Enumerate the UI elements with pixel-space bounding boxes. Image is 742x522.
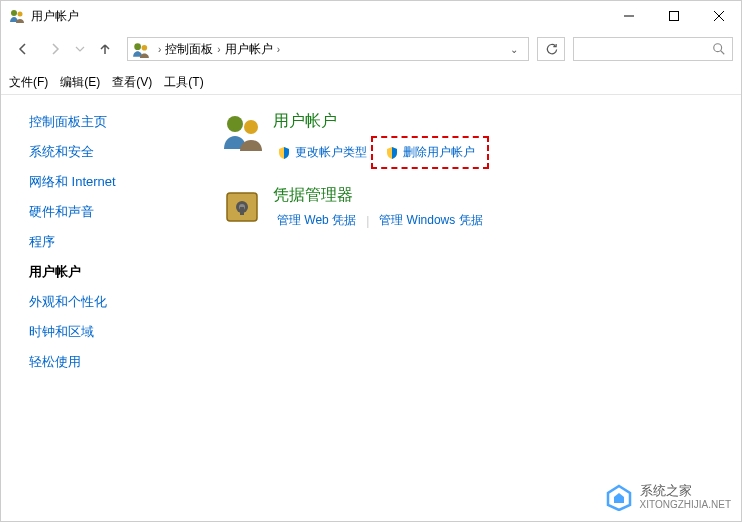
search-input[interactable] <box>573 37 733 61</box>
svg-rect-3 <box>669 12 678 21</box>
body: 控制面板主页 系统和安全 网络和 Internet 硬件和声音 程序 用户帐户 … <box>1 95 741 521</box>
link-delete-account[interactable]: 删除用户帐户 <box>381 142 479 163</box>
recent-locations-button[interactable] <box>73 35 87 63</box>
highlighted-delete-account: 删除用户帐户 <box>371 136 489 169</box>
shield-icon <box>277 146 291 160</box>
separator: | <box>366 214 369 228</box>
watermark-logo-icon <box>604 483 634 511</box>
sidebar-item-network[interactable]: 网络和 Internet <box>29 173 191 191</box>
watermark-url: XITONGZHIJIA.NET <box>640 499 732 510</box>
forward-button <box>41 35 69 63</box>
menu-bar: 文件(F) 编辑(E) 查看(V) 工具(T) <box>1 71 741 95</box>
address-bar[interactable]: › 控制面板 › 用户帐户 › ⌄ <box>127 37 529 61</box>
sidebar-item-system-security[interactable]: 系统和安全 <box>29 143 191 161</box>
svg-rect-16 <box>240 207 244 215</box>
refresh-button[interactable] <box>537 37 565 61</box>
menu-file[interactable]: 文件(F) <box>9 74 48 91</box>
window-controls <box>606 1 741 31</box>
maximize-button[interactable] <box>651 1 696 31</box>
window-title: 用户帐户 <box>31 8 606 25</box>
link-label: 删除用户帐户 <box>403 144 475 161</box>
svg-point-0 <box>11 10 17 16</box>
link-manage-windows-credentials[interactable]: 管理 Windows 凭据 <box>375 210 486 231</box>
category-credential-manager: 凭据管理器 管理 Web 凭据 | 管理 Windows 凭据 <box>221 185 741 231</box>
category-title-credential-manager[interactable]: 凭据管理器 <box>273 185 487 206</box>
link-manage-web-credentials[interactable]: 管理 Web 凭据 <box>273 210 360 231</box>
user-accounts-icon <box>9 8 25 24</box>
svg-point-7 <box>142 45 148 51</box>
sidebar-item-programs[interactable]: 程序 <box>29 233 191 251</box>
breadcrumb-user-accounts[interactable]: 用户帐户 <box>225 41 273 58</box>
category-user-accounts: 用户帐户 更改帐户类型 删除用户帐户 <box>221 111 741 169</box>
svg-line-9 <box>721 51 725 55</box>
credential-manager-icon <box>221 185 263 227</box>
category-title-user-accounts[interactable]: 用户帐户 <box>273 111 489 132</box>
svg-point-8 <box>714 44 722 52</box>
user-accounts-large-icon <box>221 111 263 153</box>
close-button[interactable] <box>696 1 741 31</box>
menu-edit[interactable]: 编辑(E) <box>60 74 100 91</box>
shield-icon <box>385 146 399 160</box>
sidebar-item-hardware[interactable]: 硬件和声音 <box>29 203 191 221</box>
navigation-bar: › 控制面板 › 用户帐户 › ⌄ <box>1 31 741 67</box>
sidebar-item-appearance[interactable]: 外观和个性化 <box>29 293 191 311</box>
svg-point-11 <box>244 120 258 134</box>
svg-point-10 <box>227 116 243 132</box>
link-label: 更改帐户类型 <box>295 144 367 161</box>
sidebar-item-ease-of-access[interactable]: 轻松使用 <box>29 353 191 371</box>
sidebar: 控制面板主页 系统和安全 网络和 Internet 硬件和声音 程序 用户帐户 … <box>1 95 191 521</box>
user-accounts-icon <box>132 41 150 57</box>
chevron-right-icon[interactable]: › <box>277 44 280 55</box>
svg-point-6 <box>134 43 141 50</box>
sidebar-item-home[interactable]: 控制面板主页 <box>29 113 191 131</box>
menu-tools[interactable]: 工具(T) <box>164 74 203 91</box>
link-change-account-type[interactable]: 更改帐户类型 <box>273 142 371 163</box>
titlebar: 用户帐户 <box>1 1 741 31</box>
breadcrumb-control-panel[interactable]: 控制面板 <box>165 41 213 58</box>
back-button[interactable] <box>9 35 37 63</box>
content-area: 用户帐户 更改帐户类型 删除用户帐户 <box>191 95 741 521</box>
chevron-right-icon[interactable]: › <box>158 44 161 55</box>
address-dropdown[interactable]: ⌄ <box>504 44 524 55</box>
svg-point-1 <box>18 12 23 17</box>
search-icon <box>712 42 726 56</box>
minimize-button[interactable] <box>606 1 651 31</box>
menu-view[interactable]: 查看(V) <box>112 74 152 91</box>
watermark: 系统之家 XITONGZHIJIA.NET <box>604 483 732 511</box>
watermark-name: 系统之家 <box>640 484 732 498</box>
sidebar-item-clock-region[interactable]: 时钟和区域 <box>29 323 191 341</box>
up-button[interactable] <box>91 35 119 63</box>
chevron-right-icon[interactable]: › <box>217 44 220 55</box>
sidebar-item-user-accounts[interactable]: 用户帐户 <box>29 263 191 281</box>
